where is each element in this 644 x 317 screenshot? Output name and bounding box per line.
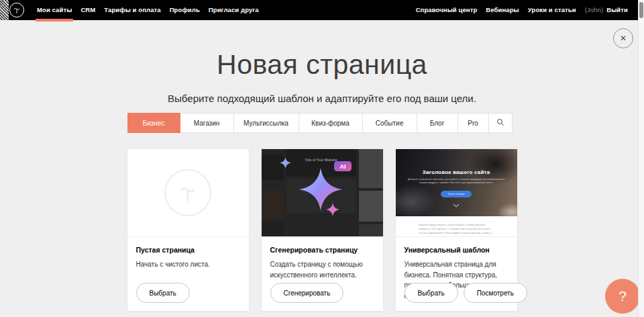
tab-business[interactable]: Бизнес (127, 113, 180, 133)
ai-generate-thumbnail[interactable]: Title of Your Website (262, 149, 383, 237)
top-nav-bar: Мои сайты CRM Тарифы и оплата Профиль Пр… (0, 0, 644, 20)
nav-profile[interactable]: Профиль (170, 0, 200, 20)
card-title: Универсальный шаблон (405, 246, 508, 254)
tab-shop[interactable]: Магазин (180, 113, 234, 133)
nav-left: Мои сайты CRM Тарифы и оплата Профиль Пр… (37, 0, 259, 20)
nav-crm[interactable]: CRM (80, 0, 95, 20)
nav-lessons[interactable]: Уроки и статьи (528, 0, 576, 20)
tab-quiz-form[interactable]: Квиз-форма (299, 113, 363, 133)
card-description: Создать страницу с помощью искусственног… (270, 259, 374, 280)
select-universal-button[interactable]: Выбрать (405, 283, 458, 303)
card-actions: Выбрать (136, 283, 190, 303)
blank-page-thumbnail[interactable] (127, 149, 249, 237)
logout-link[interactable]: Выйти (606, 0, 628, 20)
help-button[interactable]: ? (605, 279, 640, 314)
tab-multilink[interactable]: Мультиссылка (233, 113, 299, 133)
nav-webinars[interactable]: Вебинары (486, 0, 519, 20)
page-subtitle: Выберите подходящий шаблон и адаптируйте… (0, 93, 644, 104)
card-info: Сгенерировать страницу Создать страницу … (262, 237, 383, 289)
template-cards-row: Пустая страница Начать с чистого листа. … (127, 149, 517, 311)
select-blank-button[interactable]: Выбрать (136, 283, 190, 303)
template-card-generate: Title of Your Website (262, 149, 383, 311)
template-card-blank: Пустая страница Начать с чистого листа. … (127, 149, 249, 311)
card-info: Пустая страница Начать с чистого листа. (127, 237, 249, 279)
user-name: (John) (585, 0, 604, 20)
close-icon[interactable]: ✕ (613, 28, 633, 48)
chevron-down-icon (396, 203, 517, 208)
generate-button[interactable]: Сгенерировать (270, 283, 344, 303)
nav-tariffs[interactable]: Тарифы и оплата (104, 0, 160, 20)
preview-universal-button[interactable]: Посмотреть (464, 283, 527, 303)
template-card-universal: Заголовок вашего сайта Добавьте лаконичн… (396, 149, 517, 311)
nav-help-center[interactable]: Справочный центр (416, 0, 478, 20)
tab-search[interactable] (488, 113, 513, 133)
page-title: Новая страница (0, 20, 644, 80)
card-description: Начать с чистого листа. (136, 259, 240, 270)
preview-cta-button: Узнать больше (441, 191, 472, 197)
nav-my-sites[interactable]: Мои сайты (37, 0, 72, 20)
ai-sparkle-icon: AI (262, 149, 383, 237)
scrollbar-track[interactable] (638, 0, 644, 317)
window-edge-texture (0, 0, 9, 20)
ai-badge: AI (339, 163, 345, 170)
tab-event[interactable]: Событие (362, 113, 417, 133)
new-page-dialog: ✕ Новая страница Выберите подходящий шаб… (0, 20, 644, 317)
tab-pro[interactable]: Pro (458, 113, 489, 133)
tab-blog[interactable]: Блог (417, 113, 458, 133)
preview-body-text: Коротко представьтесь и расскажите о ком… (419, 223, 494, 237)
preview-hero: Заголовок вашего сайта Добавьте лаконичн… (396, 149, 517, 216)
nav-right: Справочный центр Вебинары Уроки и статьи… (416, 0, 628, 20)
tilda-logo-icon[interactable] (9, 3, 24, 17)
nav-invite-friend[interactable]: Пригласи друга (209, 0, 259, 20)
preview-subheading: Добавьте лаконичное описание, расскажите… (405, 178, 507, 185)
search-icon (496, 118, 504, 128)
template-category-tabs: Бизнес Магазин Мультиссылка Квиз-форма С… (127, 113, 517, 133)
scrollbar-thumb[interactable] (639, 2, 643, 18)
card-actions: Сгенерировать (270, 283, 344, 303)
card-title: Пустая страница (136, 246, 240, 254)
card-actions: Выбрать Посмотреть (405, 283, 527, 303)
tilda-ghost-logo-icon (164, 169, 211, 216)
preview-body-section: Коротко представьтесь и расскажите о ком… (396, 216, 517, 237)
card-title: Сгенерировать страницу (270, 246, 374, 254)
question-icon: ? (619, 288, 627, 304)
preview-heading: Заголовок вашего сайта (396, 149, 517, 175)
universal-template-thumbnail[interactable]: Заголовок вашего сайта Добавьте лаконичн… (396, 149, 517, 237)
